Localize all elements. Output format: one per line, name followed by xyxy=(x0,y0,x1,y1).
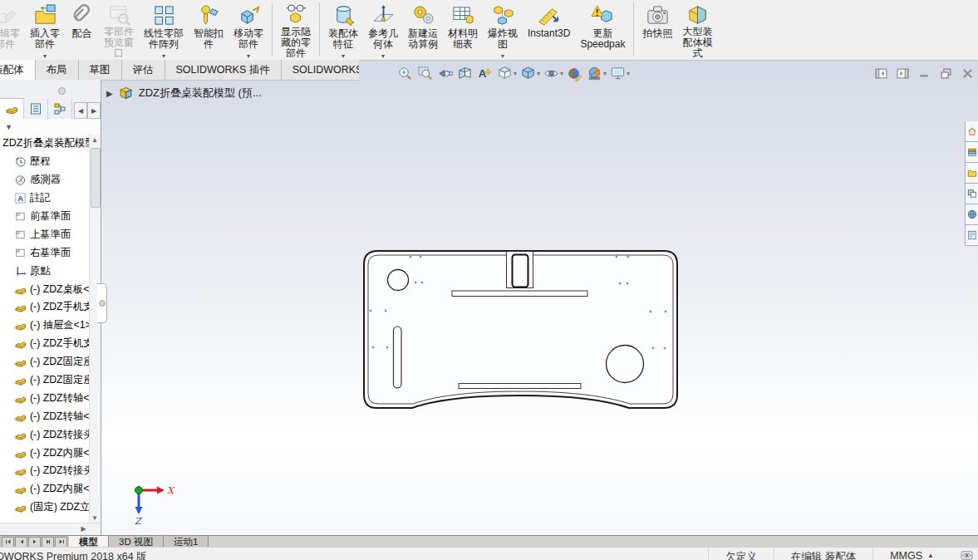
scroll-up-arrow[interactable]: ▲ xyxy=(90,135,100,145)
section-view-button[interactable] xyxy=(457,66,474,81)
zoom-area-button[interactable] xyxy=(417,66,434,81)
motion-study-button[interactable]: 新建运 动算例 xyxy=(403,1,443,61)
speedpak-button[interactable]: 更新 Speedpak xyxy=(575,1,630,61)
command-manager: 编辑零 部件 插入零 部件 ▾ 配合 零部件 预览窗 口 xyxy=(0,0,978,61)
status-item[interactable]: 欠定义 xyxy=(708,548,774,560)
nav-prev-icon xyxy=(18,538,25,545)
nav-last-button[interactable] xyxy=(55,537,67,548)
close-button[interactable] xyxy=(961,66,975,81)
tree-horizontal-scrollbar[interactable]: ▶ xyxy=(0,523,101,536)
edit-component-button[interactable]: 编辑零 部件 xyxy=(0,1,25,61)
view-settings-button[interactable]: ▾ xyxy=(610,66,630,81)
panel-drag-handle[interactable] xyxy=(58,87,66,95)
large-assembly-button[interactable]: 大型装 配体模 式 xyxy=(677,1,717,61)
tab-featuremanager-tree[interactable] xyxy=(0,98,24,119)
panel-splitter-handle[interactable] xyxy=(97,283,107,323)
insert-component-button[interactable]: 插入零 部件 ▾ xyxy=(25,1,65,61)
instant3d-button[interactable]: Instant3D xyxy=(523,1,575,61)
tp-appearances-tab[interactable] xyxy=(965,204,978,225)
exploded-view-button[interactable]: 爆炸视 图 ▾ xyxy=(483,1,523,61)
tree-item[interactable]: (-) ZDZ桌板<1 xyxy=(0,280,90,298)
tree-item[interactable]: (固定) ZDZ立腿 xyxy=(0,499,90,517)
tree-filter-dropdown[interactable]: ▼ xyxy=(0,119,101,135)
display-style-button[interactable]: ▾ xyxy=(520,66,540,81)
tree-item[interactable]: 右基準面 xyxy=(0,243,90,262)
tree-item[interactable]: (-) ZDZ固定座< xyxy=(0,371,90,390)
bom-button[interactable]: 材料明 细表 xyxy=(443,1,483,61)
mate-button[interactable]: 配合 xyxy=(65,1,99,61)
tab-property-manager[interactable] xyxy=(24,99,48,119)
move-component-button[interactable]: 移动零 部件 ▾ xyxy=(229,1,268,61)
tree-item[interactable]: 前基準面 xyxy=(0,208,90,226)
zoom-fit-button[interactable] xyxy=(397,66,414,81)
graphics-viewport[interactable] xyxy=(101,60,978,536)
status-item-label: 欠定义 xyxy=(725,550,757,560)
panel-collapse-right-button[interactable] xyxy=(896,66,910,81)
assembly-features-button[interactable]: 装配体 特征 ▾ xyxy=(323,1,363,61)
scroll-right-arrow[interactable]: ▶ xyxy=(78,524,89,534)
edit-appearance-button[interactable] xyxy=(567,66,583,81)
view-annotations-button[interactable]: A xyxy=(477,66,494,81)
breadcrumb-label[interactable]: ZDZ折叠桌装配模型 (預... xyxy=(139,86,262,101)
panel-collapse-left-button[interactable] xyxy=(874,66,888,81)
tree-item[interactable]: (-) ZDZ转轴<1 xyxy=(0,389,90,407)
tree-item[interactable]: (-) ZDZ手机支架 xyxy=(0,298,90,317)
nav-next2-button[interactable] xyxy=(42,537,54,548)
snapshot-button[interactable]: 拍快照 xyxy=(637,1,677,61)
command-manager-tab[interactable]: 草图 xyxy=(79,60,122,80)
tree-root-item[interactable]: ZDZ折叠桌装配模型 xyxy=(0,135,90,153)
tp-file-explorer-tab[interactable] xyxy=(965,163,978,184)
linear-pattern-button[interactable]: 线性零部 件阵列 ▾ xyxy=(139,1,189,61)
command-manager-tab[interactable]: SOLIDWORKS 插件 xyxy=(165,60,282,80)
component-preview-button[interactable]: 零部件 预览窗 口 xyxy=(99,1,139,61)
dropdown-arrow: ▾ xyxy=(560,70,563,77)
document-tab[interactable]: 3D 视图 xyxy=(109,536,164,548)
tree-item[interactable]: (-) ZDZ固定座< xyxy=(0,353,90,371)
tp-design-library-tab[interactable] xyxy=(965,142,978,163)
tree-item[interactable]: (-) ZDZ转接头< xyxy=(0,425,90,444)
reference-geometry-button[interactable]: 参考几 何体 ▾ xyxy=(363,1,403,61)
breadcrumb-expander[interactable]: ▶ xyxy=(106,89,113,98)
tree-item[interactable]: (-) 抽屉盒<1> xyxy=(0,317,90,335)
tree-item[interactable]: 原點 xyxy=(0,262,90,280)
command-manager-tab[interactable]: 评估 xyxy=(122,60,165,80)
tree-item[interactable]: (-) ZDZ手机支架 xyxy=(0,335,90,353)
show-hidden-button[interactable]: 显示隐 藏的零 部件 xyxy=(276,1,316,61)
previous-view-button[interactable] xyxy=(437,66,454,81)
tab-configuration-manager[interactable] xyxy=(48,99,72,119)
status-item[interactable]: MMGS ▲ xyxy=(872,548,951,560)
tp-view-palette-tab[interactable] xyxy=(965,184,978,204)
document-tab[interactable]: 模型 xyxy=(69,536,109,548)
nav-first-button[interactable] xyxy=(2,537,14,548)
scrollbar-thumb[interactable] xyxy=(91,148,101,208)
view-orientation-button[interactable]: ▾ xyxy=(497,66,517,81)
status-item[interactable]: 在编辑 装配体 xyxy=(774,548,872,560)
tree-item[interactable]: 上基準面 xyxy=(0,225,90,243)
smart-fasteners-button[interactable]: 智能扣 件 xyxy=(189,1,229,61)
command-manager-tab[interactable]: 布局 xyxy=(36,60,79,80)
tree-item[interactable]: (-) ZDZ转接头< xyxy=(0,462,90,480)
tree-item[interactable]: A 註記 xyxy=(0,189,90,208)
hide-show-items-button[interactable]: ▾ xyxy=(543,66,563,81)
tree-item[interactable]: (-) ZDZ内腿<2 xyxy=(0,480,90,499)
restore-button[interactable] xyxy=(939,66,953,81)
tp-home-tab[interactable] xyxy=(965,121,978,142)
fm-tabs-right-arrow[interactable]: ▶ xyxy=(87,102,101,119)
apply-scene-button[interactable]: ▾ xyxy=(587,66,607,81)
command-manager-tab[interactable]: SOLIDWORKS MBD xyxy=(282,60,359,80)
tree-item[interactable]: 歷程 xyxy=(0,153,90,171)
tree-vertical-scrollbar[interactable]: ▲ ▼ xyxy=(89,135,101,523)
toolbar-separator xyxy=(633,2,634,56)
command-manager-tab[interactable]: 装配体 xyxy=(0,60,36,80)
tp-custom-properties-tab[interactable] xyxy=(965,225,978,246)
tree-item[interactable]: 感測器 xyxy=(0,171,90,189)
tree-item-label: (-) ZDZ内腿<1 xyxy=(30,446,90,460)
tree-item[interactable]: (-) ZDZ转轴<2 xyxy=(0,407,90,425)
nav-prev-button[interactable] xyxy=(15,537,27,548)
document-tab[interactable]: 运动1 xyxy=(164,536,209,548)
minimize-button[interactable] xyxy=(917,66,931,81)
fm-tabs-left-arrow[interactable]: ◀ xyxy=(74,102,87,119)
status-icon[interactable] xyxy=(961,549,973,560)
tree-item[interactable]: (-) ZDZ内腿<1 xyxy=(0,444,90,462)
nav-next-button[interactable] xyxy=(28,537,41,548)
